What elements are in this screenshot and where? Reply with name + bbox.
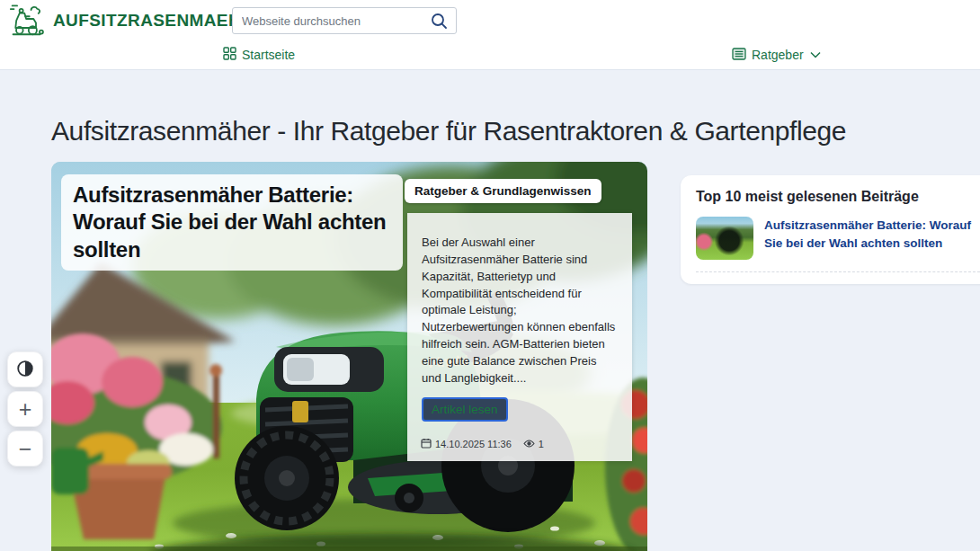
featured-article-card[interactable]: Finalti <box>51 162 647 551</box>
publish-date: 14.10.2025 11:36 <box>435 439 512 449</box>
category-badge[interactable]: Ratgeber & Grundlagenwissen <box>405 179 601 203</box>
nav-label: Startseite <box>242 48 295 62</box>
eye-icon <box>523 439 535 449</box>
top-articles-title: Top 10 meist gelesenen Beiträge <box>696 189 980 205</box>
font-increase-button[interactable]: + <box>7 391 43 427</box>
article-excerpt: Bei der Auswahl einer Aufsitzrasenmäher … <box>422 235 618 387</box>
font-decrease-button[interactable]: − <box>7 431 43 467</box>
views-group: 1 <box>523 439 544 449</box>
site-header: AUFSITZRASENMAEHER <box>0 0 980 40</box>
article-link[interactable]: Aufsitzrasenmäher Batterie: Worauf Sie b… <box>764 217 980 253</box>
article-meta: 14.10.2025 11:36 1 <box>421 438 544 450</box>
article-thumbnail <box>696 217 753 260</box>
divider <box>696 271 980 272</box>
plus-icon: + <box>19 398 32 421</box>
calendar-icon <box>421 438 432 450</box>
article-icon <box>732 48 746 63</box>
chevron-down-icon <box>810 51 821 58</box>
article-excerpt-panel: Bei der Auswahl einer Aufsitzrasenmäher … <box>407 213 632 461</box>
page-title: Aufsitzrasenmäher - Ihr Ratgeber für Ras… <box>51 116 846 147</box>
nav-label: Ratgeber <box>752 48 804 62</box>
top-articles-card: Top 10 meist gelesenen Beiträge Aufsitzr… <box>681 175 980 284</box>
view-count: 1 <box>539 439 544 449</box>
minus-icon: − <box>19 438 32 460</box>
list-item[interactable]: Aufsitzrasenmäher Batterie: Worauf Sie b… <box>696 217 980 260</box>
accessibility-toolbar: + − <box>7 351 43 467</box>
search-input[interactable] <box>233 14 431 28</box>
search-icon[interactable] <box>431 13 456 30</box>
search-box <box>232 7 457 34</box>
nav-item-ratgeber[interactable]: Ratgeber <box>732 40 821 69</box>
mower-logo-icon <box>9 1 45 40</box>
main-nav: Startseite Ratgeber <box>0 40 980 70</box>
contrast-icon <box>16 360 34 380</box>
grid-icon <box>223 47 236 63</box>
read-article-button[interactable]: Artikel lesen <box>422 397 508 422</box>
contrast-toggle-button[interactable] <box>7 351 43 387</box>
article-title: Aufsitzrasenmäher Batterie: Worauf Sie b… <box>61 174 403 271</box>
brand[interactable]: AUFSITZRASENMAEHER <box>9 1 265 40</box>
nav-item-startseite[interactable]: Startseite <box>223 40 295 69</box>
